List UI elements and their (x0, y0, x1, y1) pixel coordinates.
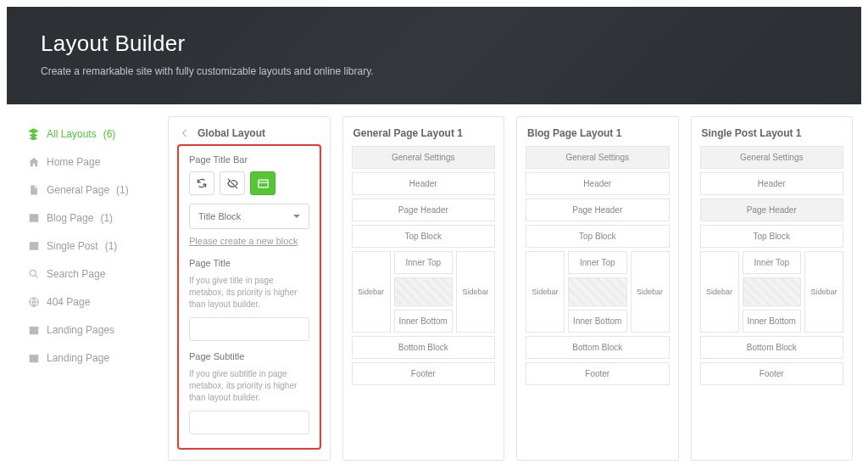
select-value: Title Block (198, 211, 241, 221)
row-sidebar-right[interactable]: Sidebar (631, 251, 670, 333)
card-single-post-layout[interactable]: Single Post Layout 1 General Settings He… (691, 116, 854, 461)
row-inner-top[interactable]: Inner Top (743, 251, 802, 274)
sidebar-item-label: Blog Page (47, 212, 93, 224)
row-header[interactable]: Header (352, 172, 496, 195)
sidebar-item-all-layouts[interactable]: All Layouts (6) (25, 120, 159, 148)
main-area: All Layouts (6) Home Page General Page (… (7, 104, 861, 470)
sidebar-item-count: (6) (103, 128, 116, 140)
sidebar-item-count: (1) (116, 184, 129, 196)
visibility-toggle-button[interactable] (220, 171, 245, 195)
newspaper-icon (27, 211, 40, 224)
sidebar-item-landing-page[interactable]: Landing Page (25, 344, 159, 372)
sidebar-item-label: All Layouts (47, 128, 97, 140)
row-header[interactable]: Header (526, 172, 670, 195)
reset-button[interactable] (189, 171, 214, 195)
sidebar-item-label: Search Page (47, 268, 105, 280)
sidebar-item-general-page[interactable]: General Page (1) (25, 176, 159, 204)
row-inner-bottom[interactable]: Inner Bottom (394, 310, 453, 333)
sidebar-item-label: Landing Pages (47, 324, 114, 336)
row-content[interactable] (394, 277, 453, 306)
row-inner-top[interactable]: Inner Top (568, 251, 627, 274)
sidebar-item-landing-pages[interactable]: Landing Pages (25, 316, 159, 344)
svg-rect-4 (29, 326, 38, 327)
sidebar-item-label: Landing Page (47, 352, 109, 364)
row-footer[interactable]: Footer (352, 362, 496, 385)
sidebar-item-count: (1) (100, 212, 113, 224)
row-footer[interactable]: Footer (526, 362, 670, 385)
sidebar-item-search-page[interactable]: Search Page (25, 260, 159, 288)
card-title-label: Blog Page Layout 1 (526, 126, 670, 146)
sidebar-item-404-page[interactable]: 404 Page (25, 288, 159, 316)
sidebar: All Layouts (6) Home Page General Page (… (15, 116, 168, 461)
row-footer[interactable]: Footer (700, 362, 844, 385)
row-inner-bottom[interactable]: Inner Bottom (743, 310, 802, 333)
page-title-input[interactable] (189, 317, 309, 341)
newspaper-icon (27, 239, 40, 252)
card-title-label: Global Layout (198, 127, 265, 139)
row-top-block[interactable]: Top Block (700, 225, 844, 248)
sidebar-item-single-post[interactable]: Single Post (1) (25, 232, 159, 260)
row-page-header[interactable]: Page Header (352, 199, 496, 221)
section-label: Page Subtitle (189, 351, 309, 361)
calendar-icon (27, 351, 40, 364)
row-bottom-block[interactable]: Bottom Block (700, 336, 844, 359)
row-content[interactable] (568, 277, 627, 306)
global-settings-panel: Page Title Bar Title Block (177, 144, 321, 450)
row-top-block[interactable]: Top Block (526, 225, 670, 248)
search-icon (27, 267, 40, 280)
row-page-header[interactable]: Page Header (526, 199, 670, 221)
svg-line-1 (35, 275, 37, 277)
row-bottom-block[interactable]: Bottom Block (352, 336, 496, 359)
layers-icon (27, 127, 40, 140)
calendar-icon (27, 323, 40, 336)
row-content[interactable] (743, 277, 802, 306)
card-blog-page-layout[interactable]: Blog Page Layout 1 General Settings Head… (516, 116, 679, 461)
hint-text: If you give subtitle in page metabox, it… (189, 368, 309, 404)
page-subtitle-input[interactable] (189, 411, 309, 434)
row-sidebar-left[interactable]: Sidebar (352, 251, 391, 333)
globe-icon (27, 295, 40, 308)
home-icon (27, 155, 40, 168)
row-top-block[interactable]: Top Block (352, 225, 496, 248)
sidebar-item-label: General Page (47, 184, 109, 196)
row-inner-top[interactable]: Inner Top (394, 251, 453, 274)
card-global-layout: Global Layout Page Title Bar (168, 116, 331, 461)
row-general-settings[interactable]: General Settings (526, 146, 670, 169)
sidebar-item-count: (1) (105, 240, 118, 252)
row-inner-bottom[interactable]: Inner Bottom (568, 310, 627, 333)
card-title-label: General Page Layout 1 (352, 126, 496, 146)
layout-button[interactable] (250, 171, 275, 195)
section-label: Page Title (189, 258, 309, 268)
row-sidebar-right[interactable]: Sidebar (804, 251, 843, 333)
cards-row: Global Layout Page Title Bar (168, 116, 853, 461)
create-new-block-link[interactable]: Please create a new block (189, 236, 298, 246)
row-page-header[interactable]: Page Header (700, 199, 844, 221)
svg-rect-6 (29, 354, 38, 355)
sidebar-item-home-page[interactable]: Home Page (25, 148, 159, 176)
hint-text: If you give title in page metabox, its p… (189, 275, 309, 311)
hero-banner: Layout Builder Create a remarkable site … (7, 7, 861, 104)
row-general-settings[interactable]: General Settings (352, 146, 496, 169)
row-sidebar-left[interactable]: Sidebar (700, 251, 739, 333)
row-sidebar-right[interactable]: Sidebar (456, 251, 495, 333)
row-sidebar-left[interactable]: Sidebar (526, 251, 565, 333)
sidebar-item-blog-page[interactable]: Blog Page (1) (25, 204, 159, 232)
back-arrow-icon[interactable] (179, 127, 191, 139)
card-title-label: Single Post Layout 1 (700, 126, 844, 146)
page-title: Layout Builder (41, 31, 827, 57)
sidebar-item-label: 404 Page (47, 296, 90, 308)
svg-point-0 (30, 270, 36, 276)
sidebar-item-label: Single Post (47, 240, 98, 252)
row-general-settings[interactable]: General Settings (700, 146, 844, 169)
sidebar-item-label: Home Page (47, 156, 100, 168)
section-label: Page Title Bar (189, 154, 309, 165)
file-icon (27, 183, 40, 196)
row-header[interactable]: Header (700, 172, 844, 195)
row-bottom-block[interactable]: Bottom Block (526, 336, 670, 359)
svg-rect-7 (258, 180, 267, 187)
page-subtitle: Create a remarkable site with fully cust… (41, 65, 827, 77)
title-block-select[interactable]: Title Block (189, 204, 309, 229)
card-general-page-layout[interactable]: General Page Layout 1 General Settings H… (342, 116, 505, 461)
